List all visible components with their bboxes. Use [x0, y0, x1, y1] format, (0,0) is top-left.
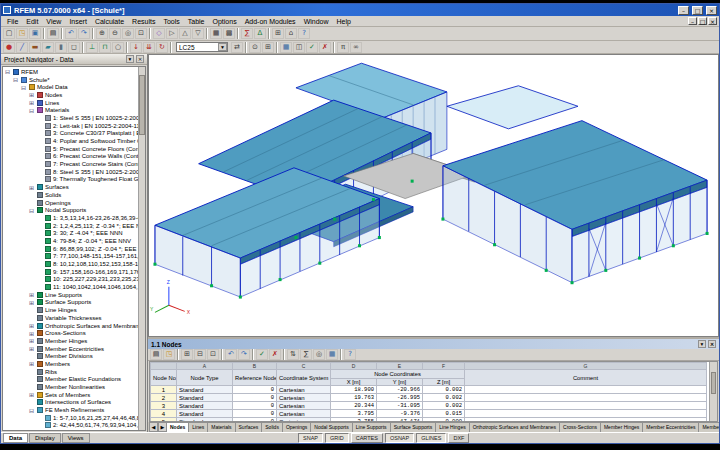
undo-icon[interactable]: ↶: [65, 28, 77, 39]
maximize-button[interactable]: □: [692, 6, 703, 15]
expander-icon[interactable]: ⊟: [28, 407, 35, 414]
table-tab-surface-supports[interactable]: Surface Supports: [391, 422, 437, 432]
expander-icon[interactable]: ⊞: [28, 291, 35, 298]
table-tab-nodal-supports[interactable]: Nodal Supports: [311, 422, 352, 432]
expander-icon[interactable]: ⊟: [4, 68, 11, 75]
cell-y[interactable]: -20.966: [377, 386, 423, 394]
tree-item[interactable]: 3: 30; Z -4.04 *; EEE NNN: [3, 229, 145, 237]
hinge-icon[interactable]: ○: [112, 42, 124, 53]
tree-item[interactable]: 1: 5-7,10,16,21,25,27,44,46,48,84...: [3, 414, 145, 422]
settings-icon[interactable]: ∞: [350, 42, 362, 53]
menu-file[interactable]: File: [3, 18, 22, 25]
expander-icon[interactable]: ⊞: [28, 337, 35, 344]
menu-tools[interactable]: Tools: [159, 18, 183, 25]
cell-comment[interactable]: [465, 394, 707, 402]
chevron-down-icon[interactable]: ▼: [218, 43, 227, 51]
cell-comment[interactable]: [465, 402, 707, 410]
nodal-support-icon[interactable]: ⊥: [86, 42, 98, 53]
cell-x[interactable]: 20.344: [331, 402, 377, 410]
new-opening-icon[interactable]: ◻: [68, 42, 80, 53]
tree-item[interactable]: Member Elastic Foundations: [3, 376, 145, 384]
view-mode-icon[interactable]: ▦: [326, 349, 338, 360]
nav-tab-views[interactable]: Views: [62, 433, 90, 443]
cell-coordinate-system[interactable]: Cartesian: [277, 386, 331, 394]
tree-item[interactable]: 9: Thermally Toughened Float Glas...: [3, 176, 145, 184]
table-icon[interactable]: ▦: [280, 42, 292, 53]
tree-item[interactable]: 4: Poplar and Softwood Timber C2...: [3, 137, 145, 145]
tree-item[interactable]: 3: Concrete C30/37 Plastplatt | EN 1...: [3, 130, 145, 138]
table-tab-line-supports[interactable]: Line Supports: [353, 422, 391, 432]
tree-item[interactable]: ⊟ FE Mesh Refinements: [3, 406, 145, 414]
tree-item[interactable]: ⊞ Lines: [3, 99, 145, 107]
cell-z[interactable]: 0.002: [423, 402, 465, 410]
expander-icon[interactable]: ⊞: [28, 391, 35, 398]
cell-node-type[interactable]: Standard: [177, 418, 233, 423]
tree-item[interactable]: 4: 79-84; Z -0.04 *; EEE NNV: [3, 237, 145, 245]
tree-item[interactable]: 2: Lett-tak | EN 10025-2:2004-11: [3, 122, 145, 130]
cell-reference-node[interactable]: 0: [233, 402, 277, 410]
tab-scroll-left-icon[interactable]: ◀: [149, 422, 158, 432]
tree-item[interactable]: 7: 77,100,148-151,154-157,161,162...: [3, 253, 145, 261]
tree-item[interactable]: ⊞ Member Eccentricities: [3, 345, 145, 353]
expander-icon[interactable]: ⊞: [28, 345, 35, 352]
table-tab-materials[interactable]: Materials: [208, 422, 235, 432]
cell-y[interactable]: -17.171: [377, 418, 423, 423]
sum-icon[interactable]: ∑: [300, 349, 312, 360]
cell-z[interactable]: 0.015: [423, 410, 465, 418]
table-tab-member-divisions[interactable]: Member Divisions: [699, 422, 719, 432]
tree-item[interactable]: ⊞ Sets of Members: [3, 391, 145, 399]
find-icon[interactable]: ◎: [313, 349, 325, 360]
redo-icon[interactable]: ↷: [78, 28, 90, 39]
expander-icon[interactable]: ⊟: [12, 76, 19, 83]
cell-node-type[interactable]: Standard: [177, 402, 233, 410]
toggle-cartes[interactable]: CARTES: [351, 433, 383, 443]
line-load-icon[interactable]: ⇊: [143, 42, 155, 53]
table-scrollbar-thumb[interactable]: [711, 372, 716, 394]
table-tab-member-hinges[interactable]: Member Hinges: [601, 422, 643, 432]
table-tab-nodes[interactable]: Nodes: [167, 422, 189, 432]
toggle-snap[interactable]: SNAP: [298, 433, 323, 443]
tree-item[interactable]: 5: Precast Concrete Floors (Contig...: [3, 145, 145, 153]
tree-item[interactable]: ⊟ Model Data: [3, 83, 145, 91]
tree-item[interactable]: 6: Precast Concrete Walls (Contiga...: [3, 153, 145, 161]
tree-scrollbar[interactable]: [138, 67, 145, 430]
save-icon[interactable]: ▣: [29, 28, 41, 39]
menu-addon-modules[interactable]: Add-on Modules: [241, 18, 300, 25]
tree-item[interactable]: ⊞ Member Hinges: [3, 337, 145, 345]
cell-node-no[interactable]: 5: [151, 418, 177, 423]
isometric-view-icon[interactable]: ◇: [153, 28, 165, 39]
tree-item[interactable]: 1: 3,5,13,14,16-23,26-28,36,39-41,45...: [3, 214, 145, 222]
tree-item[interactable]: ⊟ Schule*: [3, 76, 145, 84]
cell-node-no[interactable]: 3: [151, 402, 177, 410]
expander-icon[interactable]: ⊞: [28, 330, 35, 337]
table-collapse-icon[interactable]: ▾: [698, 340, 706, 348]
grid-icon[interactable]: ⊞: [272, 28, 284, 39]
cell-node-no[interactable]: 4: [151, 410, 177, 418]
help-icon[interactable]: ?: [298, 28, 310, 39]
column-letter[interactable]: E: [377, 363, 423, 370]
new-node-icon[interactable]: ●: [3, 42, 15, 53]
tree-item[interactable]: ⊞ Nodes: [3, 91, 145, 99]
view-x-icon[interactable]: ▷: [166, 28, 178, 39]
expander-icon[interactable]: ⊞: [28, 322, 35, 329]
table-redo-icon[interactable]: ↷: [238, 349, 250, 360]
tree-scrollbar-thumb[interactable]: [139, 75, 145, 135]
cell-y[interactable]: -26.995: [377, 394, 423, 402]
cell-y[interactable]: -31.095: [377, 402, 423, 410]
table-tab-member-eccentricities[interactable]: Member Eccentricities: [643, 422, 699, 432]
cell-comment[interactable]: [465, 386, 707, 394]
expander-icon[interactable]: ⊞: [28, 99, 35, 106]
reject-table-icon[interactable]: ✗: [269, 349, 281, 360]
column-letter[interactable]: A: [177, 363, 233, 370]
column-letter[interactable]: C: [277, 363, 331, 370]
delete-icon[interactable]: ✗: [319, 42, 331, 53]
tree-item[interactable]: 2: 42,44,50,61,74,76,93,94,104,125...: [3, 422, 145, 430]
column-letter[interactable]: D: [331, 363, 377, 370]
cell-x[interactable]: 18.900: [331, 386, 377, 394]
apply-icon[interactable]: ✓: [306, 42, 318, 53]
tree-item[interactable]: Solids: [3, 191, 145, 199]
cell-x[interactable]: 3.795: [331, 410, 377, 418]
cell-coordinate-system[interactable]: Cartesian: [277, 402, 331, 410]
apply-table-icon[interactable]: ✓: [256, 349, 268, 360]
table-tab-openings[interactable]: Openings: [283, 422, 311, 432]
